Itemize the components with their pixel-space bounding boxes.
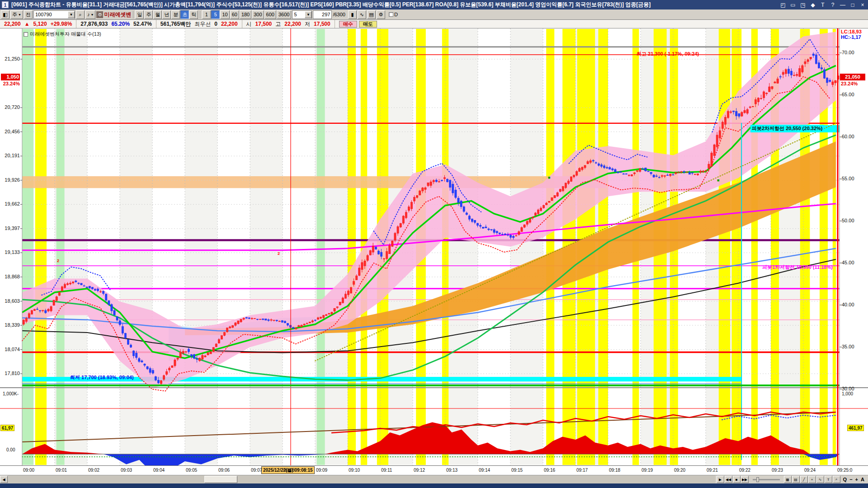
- time-label: 09:12: [414, 468, 425, 473]
- time-label: 09:15: [511, 468, 523, 473]
- interval-button-10[interactable]: 10: [220, 10, 229, 19]
- close-icon[interactable]: ×: [859, 2, 866, 8]
- candle-style-icon[interactable]: ▮: [348, 10, 357, 19]
- code-dropdown-icon[interactable]: ▼: [68, 11, 75, 18]
- settings-gear-icon[interactable]: ⚙: [377, 10, 385, 19]
- jeon-button[interactable]: 전: [24, 10, 33, 19]
- left-axis-label: 19,662: [0, 201, 20, 206]
- interval-button-600[interactable]: 600: [264, 10, 276, 19]
- zoom-control-A[interactable]: A: [861, 477, 864, 482]
- sound-icon[interactable]: ♪▼: [85, 10, 95, 19]
- interval-button-5[interactable]: 5: [211, 10, 220, 19]
- minimize-icon[interactable]: —: [839, 2, 846, 8]
- buy-button[interactable]: 매수: [339, 21, 357, 28]
- speed-slider-knob[interactable]: [756, 477, 759, 482]
- scrollbar-track[interactable]: [8, 475, 715, 483]
- zoom-control-−[interactable]: −: [849, 477, 852, 482]
- scroll-left-icon[interactable]: ◀: [0, 476, 8, 483]
- interval-button-300[interactable]: 300: [252, 10, 264, 19]
- layout-icon[interactable]: ▦: [784, 476, 792, 483]
- tick-count-combo[interactable]: 5▼: [292, 10, 312, 19]
- time-label: 09:01: [56, 468, 67, 473]
- trendline-icon[interactable]: ╱: [800, 476, 808, 483]
- text-tool-icon[interactable]: T: [825, 476, 832, 483]
- zoom-control-+[interactable]: +: [855, 477, 858, 482]
- period-tab-주[interactable]: 주: [144, 10, 153, 19]
- chart-area[interactable]: 미래에셋벤처투자 매물대 수(13) 21,25020,72020,45620,…: [0, 28, 868, 488]
- bar-total-label: /6300: [333, 12, 345, 17]
- period-tab-분[interactable]: 분: [171, 10, 180, 19]
- circulation-pct: 52.47%: [133, 21, 152, 27]
- indicator-icon[interactable]: ∿: [816, 476, 824, 483]
- interval-button-1[interactable]: 1: [202, 10, 211, 19]
- tick-dropdown-icon[interactable]: ▼: [305, 11, 311, 18]
- left-axis-label: 18,868: [0, 274, 20, 279]
- player-button-3[interactable]: ▶▶: [741, 476, 749, 483]
- stock-code-input[interactable]: 100790▼: [33, 10, 75, 19]
- chart-marker: 2: [278, 251, 280, 256]
- period-tab-월[interactable]: 월: [153, 10, 162, 19]
- period-tab-년[interactable]: 년: [162, 10, 171, 19]
- period-tab-틱[interactable]: 틱: [189, 10, 198, 19]
- magnifier-icon[interactable]: ⌕: [833, 476, 840, 483]
- chart-toolbar: ◧ 주▼ 전 100790▼ ⌕ ♪▼ 주 미래에셋벤 일주월년분초틱 1510…: [0, 9, 868, 20]
- duplicate-icon[interactable]: ◳: [799, 2, 807, 8]
- popup-icon[interactable]: ◰: [779, 2, 787, 8]
- interval-button-180[interactable]: 180: [240, 10, 251, 19]
- current-price: 22,200: [4, 21, 21, 27]
- chart-marker: 2: [57, 258, 59, 263]
- maximize-icon[interactable]: □: [849, 2, 856, 8]
- time-label: 09:10: [349, 468, 360, 473]
- d-checkbox[interactable]: [389, 12, 393, 17]
- left-axis-label: 18,074: [0, 347, 20, 352]
- window-split-icon[interactable]: ◧: [1, 10, 9, 19]
- speed-slider[interactable]: [753, 479, 780, 480]
- d-checkbox-label: D: [394, 12, 398, 17]
- up-arrow-icon: ▲: [24, 21, 30, 27]
- legend-checkbox[interactable]: [24, 32, 28, 37]
- font-icon[interactable]: T: [819, 2, 826, 8]
- search-icon[interactable]: ⌕: [76, 10, 85, 19]
- interval-button-3600[interactable]: 3600: [277, 10, 291, 19]
- time-label: 09:24: [804, 468, 816, 473]
- left-axis-label: 18,603: [0, 298, 20, 304]
- high-annotation: 최고 21,300 (-1.17%, 09:24): [637, 51, 699, 57]
- scrollbar-thumb[interactable]: [204, 476, 237, 483]
- line-tool-icon[interactable]: ∿: [358, 10, 366, 19]
- stock-name: 미래에셋벤: [104, 11, 131, 19]
- save-layout-icon[interactable]: ▤: [792, 476, 800, 483]
- left-axis-label: 21,250: [0, 56, 20, 61]
- current-price-tag-left: 1,050: [1, 74, 20, 80]
- help-icon[interactable]: ?: [829, 2, 836, 8]
- pivot2-annotation: 피봇2차저항선 20,550 (20.32%): [750, 125, 824, 132]
- left-axis-label: 19,133: [0, 249, 20, 255]
- time-label: 09:11: [381, 468, 392, 473]
- zoom-control-Q[interactable]: Q: [843, 477, 847, 482]
- save-icon[interactable]: ▤: [367, 10, 376, 19]
- open-label: 시: [246, 20, 252, 28]
- stock-type-badge: 주: [96, 11, 103, 18]
- crosshair-icon[interactable]: +: [808, 476, 816, 483]
- trade-amount: 561,765백만: [160, 20, 191, 28]
- player-button-1[interactable]: ◀◀: [725, 476, 732, 483]
- sell-button[interactable]: 매도: [359, 21, 377, 28]
- market-type-combo[interactable]: 주▼: [10, 10, 23, 19]
- time-label-end: 09:25:0: [837, 468, 852, 473]
- player-button-0[interactable]: ▶: [717, 476, 724, 483]
- open-price: 17,500: [255, 21, 272, 27]
- window-resize-strip: [0, 483, 868, 488]
- period-tab-초[interactable]: 초: [180, 10, 189, 19]
- player-button-2[interactable]: ■: [733, 476, 741, 483]
- best-label: 최우선: [194, 20, 211, 28]
- subpanel-scale-zero: 0.00: [6, 447, 15, 452]
- right-axis-label: 65.00: [842, 92, 854, 97]
- bar-count-input[interactable]: 297: [313, 10, 332, 19]
- low-annotation: 최저 17,700 (18.93%, 09:04): [70, 374, 134, 381]
- minimize-pane-icon[interactable]: ▭: [789, 2, 797, 8]
- pin-icon[interactable]: ◆: [809, 2, 816, 8]
- right-axis-label: 50.00: [842, 218, 854, 223]
- right-axis-label: 30.00: [842, 386, 854, 391]
- period-tab-일[interactable]: 일: [135, 10, 144, 19]
- chart-canvas[interactable]: [0, 28, 868, 488]
- interval-button-60[interactable]: 60: [230, 10, 239, 19]
